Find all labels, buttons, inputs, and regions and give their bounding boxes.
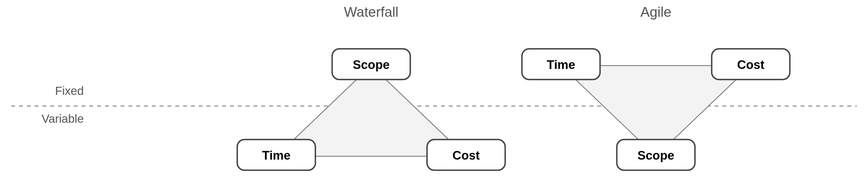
agile-cost-label: Cost [737, 58, 765, 71]
row-label-fixed: Fixed [55, 84, 84, 97]
agile-title: Agile [640, 4, 671, 20]
waterfall-scope-node: Scope [332, 49, 410, 80]
agile-cost-node: Cost [712, 49, 790, 80]
waterfall-cost-label: Cost [453, 149, 480, 162]
agile-scope-label: Scope [638, 149, 674, 162]
waterfall-cost-node: Cost [427, 140, 505, 170]
pm-triangle-diagram: Waterfall Agile Fixed Variable Scope Tim… [0, 0, 868, 185]
waterfall-time-label: Time [262, 149, 290, 162]
agile-time-node: Time [522, 49, 600, 80]
waterfall-scope-label: Scope [353, 58, 390, 71]
waterfall-title: Waterfall [344, 4, 398, 20]
row-label-variable: Variable [41, 112, 84, 125]
waterfall-time-node: Time [237, 140, 315, 170]
agile-time-label: Time [547, 58, 575, 71]
agile-scope-node: Scope [617, 140, 695, 170]
